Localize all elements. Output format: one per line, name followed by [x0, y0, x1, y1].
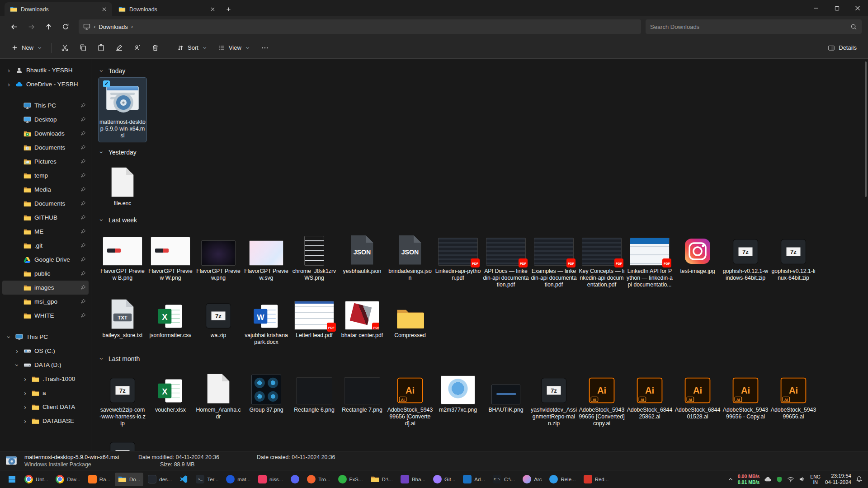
file-tile-examples-linkedin-api-documentation-pdf[interactable]: PDFExamples — linkedin-api documentation…: [530, 227, 578, 291]
notifications-bell-icon[interactable]: [856, 476, 863, 483]
file-tile-adobestock-594399656-ai[interactable]: AiAIAdobeStock_594399656.ai: [769, 366, 817, 423]
tab-close-icon[interactable]: [100, 5, 108, 14]
group-header-last-month[interactable]: ›Last month: [99, 352, 863, 366]
sidebar-item-database[interactable]: ›DATABASE: [2, 414, 89, 428]
file-tile-adobestock-594399656-converted-copy-ai[interactable]: AiAIAdobeStock_594399656 [Converted] cop…: [578, 366, 626, 430]
paste-button[interactable]: [92, 40, 110, 56]
sidebar-item-this-pc[interactable]: This PC: [2, 99, 89, 113]
forward-button[interactable]: [23, 19, 40, 34]
file-tile-yashvidotdev-assignmentrepo-main-zip[interactable]: 7zyashvidotdev_AssignmentRepo-main.zip: [530, 366, 578, 430]
address-bar[interactable]: › Downloads ›: [79, 19, 641, 34]
wifi-icon[interactable]: [787, 476, 794, 483]
new-tab-button[interactable]: [222, 2, 235, 16]
delete-button[interactable]: [146, 40, 164, 56]
expand-chevron-icon[interactable]: ›: [14, 362, 20, 368]
start-button[interactable]: [4, 473, 20, 486]
file-tile-brindadesings-json[interactable]: JSONbrindadesings.json: [386, 227, 434, 284]
expand-chevron-icon[interactable]: ›: [22, 404, 28, 410]
rename-button[interactable]: [110, 40, 128, 56]
file-tile-flavorgpt-preview-svg[interactable]: FlavorGPT Preview.svg: [242, 227, 290, 284]
file-tile-m2m377xc-png[interactable]: m2m377xc.png: [434, 366, 482, 416]
expand-chevron-icon[interactable]: ›: [22, 418, 28, 424]
taskbar-app-d[interactable]: D:\...: [368, 473, 396, 486]
file-tile-voucher-xlsx[interactable]: Xvoucher.xlsx: [146, 366, 194, 416]
taskbar-app-bha[interactable]: Bha...: [397, 473, 429, 486]
taskbar-app-ad[interactable]: Ad...: [460, 473, 488, 486]
file-tile-yesbhautik-json[interactable]: JSONyesbhautik.json: [338, 227, 386, 277]
file-tile-homem-aranha-cdr[interactable]: Homem_Aranha.cdr: [194, 366, 242, 423]
up-button[interactable]: [40, 19, 57, 34]
sidebar-item-white[interactable]: WHITE: [2, 309, 89, 323]
sidebar-item-pictures[interactable]: Pictures: [2, 155, 89, 169]
file-tile-flavorgpt-preview-b-png[interactable]: FlavorGPT Preview B.png: [99, 227, 146, 284]
sidebar-item-google-drive[interactable]: Google Drive: [2, 253, 89, 267]
cut-button[interactable]: [56, 40, 74, 56]
taskbar-app-vscode[interactable]: [176, 473, 191, 486]
view-button[interactable]: View ›: [213, 40, 256, 56]
vertical-scrollbar[interactable]: [863, 61, 868, 448]
file-tile-rectangle-7-png[interactable]: Rectangle 7.png: [338, 366, 386, 416]
file-tile-rectangle-6-png[interactable]: Rectangle 6.png: [290, 366, 338, 416]
volume-icon[interactable]: [799, 476, 806, 483]
expand-chevron-icon[interactable]: ›: [14, 348, 20, 354]
breadcrumb-downloads[interactable]: Downloads: [99, 23, 127, 30]
group-header-last-week[interactable]: ›Last week: [99, 213, 863, 227]
more-options-button[interactable]: [256, 40, 274, 56]
file-tile-jsonformatter-csv[interactable]: Xjsonformatter.csv: [146, 291, 194, 342]
file-tile-flavorgpt-preview-w-png[interactable]: FlavorGPT Preview W.png: [146, 227, 194, 284]
taskbar-app-fxs[interactable]: FxS...: [335, 473, 366, 486]
onedrive-cloud-icon[interactable]: [764, 475, 772, 483]
sidebar-item-a[interactable]: ›a: [2, 386, 89, 400]
taskbar-app-do[interactable]: Do...: [115, 473, 143, 486]
sidebar-item-msi-gpo[interactable]: msi_gpo: [2, 295, 89, 309]
expand-chevron-icon[interactable]: ›: [6, 334, 12, 340]
file-tile-mattermost-desktop-5-9-0-win-x64-msi[interactable]: mattermost-desktop-5.9.0-win-x64.msi✓: [99, 78, 146, 142]
file-tile-letterhead-pdf[interactable]: PDFLetterHead.pdf: [290, 291, 338, 342]
maximize-button[interactable]: [826, 0, 847, 16]
tab-close-icon[interactable]: [208, 5, 217, 14]
taskbar-app-dav[interactable]: Dav...: [52, 473, 83, 486]
file-tile-test-image-jpg[interactable]: test-image.jpg: [674, 227, 722, 277]
sidebar-item-public[interactable]: public: [2, 267, 89, 281]
taskbar-app-unt[interactable]: Unt...: [21, 473, 51, 486]
expand-chevron-icon[interactable]: ›: [6, 81, 12, 88]
minimize-button[interactable]: [806, 0, 826, 16]
file-tile-flavorgpt-preview-png[interactable]: FlavorGPT Preview.png: [194, 227, 242, 284]
file-tile-api-docs-linkedin-api-documentation-pdf[interactable]: PDFAPI Docs — linkedin-api documentation…: [482, 227, 530, 291]
share-button[interactable]: [128, 40, 146, 56]
file-tile-linkedin-api-for-python-linkedin-api-documentatio[interactable]: PDFLinkedIn API for Python — linkedin-ap…: [626, 227, 674, 291]
back-button[interactable]: [5, 19, 23, 34]
file-tile-bhatar-center-pdf[interactable]: PDFbhatar center.pdf: [338, 291, 386, 342]
language-indicator[interactable]: ENG IN: [810, 474, 821, 485]
security-shield-icon[interactable]: [776, 476, 783, 483]
file-tile-gophish-v0-12-1-linux-64bit-zip[interactable]: 7zgophish-v0.12.1-linux-64bit.zip: [769, 227, 817, 284]
file-tile-compressed[interactable]: Compressed: [386, 291, 434, 342]
sidebar-item-github[interactable]: GITHUB: [2, 211, 89, 225]
file-tile-adobestock-684401528-ai[interactable]: AiAIAdobeStock_684401528.ai: [674, 366, 722, 423]
taskbar-app-arc[interactable]: Arc: [519, 473, 545, 486]
file-tile-vajubhai-krishanapark-docx[interactable]: Wvajubhai krishanapark.docx: [242, 291, 290, 348]
sidebar-item-os-c[interactable]: ›OS (C:): [2, 344, 89, 358]
tab-downloads-active[interactable]: Downloads: [5, 2, 112, 16]
group-header-yesterday[interactable]: ›Yesterday: [99, 145, 863, 159]
file-tile-document-zip[interactable]: 7zDOCUMENT.zip: [99, 430, 146, 451]
taskbar-app-ra[interactable]: Ra...: [85, 473, 113, 486]
scrollbar-thumb[interactable]: [865, 61, 867, 197]
file-tile-group-37-png[interactable]: Group 37.png: [242, 366, 290, 416]
taskbar-app-rele[interactable]: Rele...: [546, 473, 579, 486]
sidebar-item-documents[interactable]: Documents: [2, 141, 89, 155]
expand-chevron-icon[interactable]: ›: [22, 390, 28, 396]
search-icon[interactable]: [850, 23, 857, 30]
sidebar-item-data-d[interactable]: ›DATA (D:): [2, 358, 89, 372]
sort-button[interactable]: Sort ›: [172, 40, 213, 56]
group-header-today[interactable]: ›Today: [99, 64, 863, 78]
file-tile-gophish-v0-12-1-windows-64bit-zip[interactable]: 7zgophish-v0.12.1-windows-64bit.zip: [722, 227, 769, 284]
file-tile-adobestock-684425862-ai[interactable]: AiAIAdobeStock_684425862.ai: [626, 366, 674, 423]
copy-button[interactable]: [74, 40, 92, 56]
search-box[interactable]: [646, 19, 862, 34]
sidebar-item-images[interactable]: images: [2, 281, 89, 295]
file-tile-baileys-store-txt[interactable]: TXTbaileys_store.txt: [99, 291, 146, 342]
sidebar-item-client-data[interactable]: ›Client DATA: [2, 400, 89, 414]
file-tile-wa-zip[interactable]: 7zwa.zip: [194, 291, 242, 342]
sidebar-item-this-pc[interactable]: ›This PC: [2, 330, 89, 344]
